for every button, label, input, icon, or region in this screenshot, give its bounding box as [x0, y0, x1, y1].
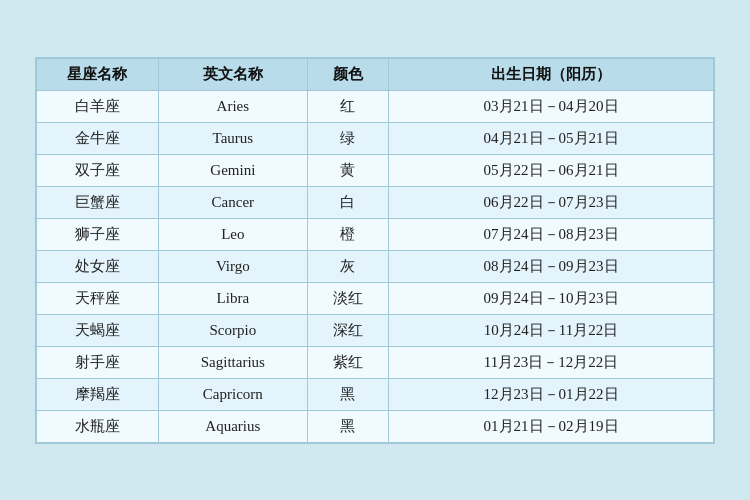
cell-en: Sagittarius: [158, 346, 307, 378]
cell-date: 06月22日－07月23日: [389, 186, 714, 218]
cell-date: 05月22日－06月21日: [389, 154, 714, 186]
zodiac-table-container: 星座名称 英文名称 颜色 出生日期（阳历） 白羊座Aries红03月21日－04…: [35, 57, 715, 444]
table-row: 摩羯座Capricorn黑12月23日－01月22日: [37, 378, 714, 410]
cell-color: 紫红: [307, 346, 388, 378]
cell-en: Aquarius: [158, 410, 307, 442]
table-row: 双子座Gemini黄05月22日－06月21日: [37, 154, 714, 186]
cell-date: 11月23日－12月22日: [389, 346, 714, 378]
cell-en: Virgo: [158, 250, 307, 282]
cell-zh: 射手座: [37, 346, 159, 378]
cell-color: 红: [307, 90, 388, 122]
cell-en: Capricorn: [158, 378, 307, 410]
cell-color: 淡红: [307, 282, 388, 314]
table-row: 水瓶座Aquarius黑01月21日－02月19日: [37, 410, 714, 442]
table-row: 狮子座Leo橙07月24日－08月23日: [37, 218, 714, 250]
cell-date: 10月24日－11月22日: [389, 314, 714, 346]
cell-zh: 处女座: [37, 250, 159, 282]
header-zh: 星座名称: [37, 58, 159, 90]
table-row: 白羊座Aries红03月21日－04月20日: [37, 90, 714, 122]
cell-color: 深红: [307, 314, 388, 346]
cell-color: 橙: [307, 218, 388, 250]
table-row: 处女座Virgo灰08月24日－09月23日: [37, 250, 714, 282]
table-row: 天秤座Libra淡红09月24日－10月23日: [37, 282, 714, 314]
cell-date: 03月21日－04月20日: [389, 90, 714, 122]
cell-zh: 白羊座: [37, 90, 159, 122]
table-row: 巨蟹座Cancer白06月22日－07月23日: [37, 186, 714, 218]
header-en: 英文名称: [158, 58, 307, 90]
cell-date: 04月21日－05月21日: [389, 122, 714, 154]
table-row: 射手座Sagittarius紫红11月23日－12月22日: [37, 346, 714, 378]
cell-color: 绿: [307, 122, 388, 154]
cell-zh: 天蝎座: [37, 314, 159, 346]
cell-color: 黑: [307, 378, 388, 410]
cell-color: 黑: [307, 410, 388, 442]
cell-en: Aries: [158, 90, 307, 122]
cell-zh: 水瓶座: [37, 410, 159, 442]
cell-en: Scorpio: [158, 314, 307, 346]
header-color: 颜色: [307, 58, 388, 90]
zodiac-table: 星座名称 英文名称 颜色 出生日期（阳历） 白羊座Aries红03月21日－04…: [36, 58, 714, 443]
cell-zh: 摩羯座: [37, 378, 159, 410]
header-date: 出生日期（阳历）: [389, 58, 714, 90]
table-row: 金牛座Taurus绿04月21日－05月21日: [37, 122, 714, 154]
cell-en: Leo: [158, 218, 307, 250]
cell-zh: 双子座: [37, 154, 159, 186]
cell-color: 灰: [307, 250, 388, 282]
cell-zh: 金牛座: [37, 122, 159, 154]
table-header-row: 星座名称 英文名称 颜色 出生日期（阳历）: [37, 58, 714, 90]
cell-date: 12月23日－01月22日: [389, 378, 714, 410]
cell-date: 08月24日－09月23日: [389, 250, 714, 282]
cell-en: Gemini: [158, 154, 307, 186]
cell-en: Taurus: [158, 122, 307, 154]
cell-color: 黄: [307, 154, 388, 186]
table-row: 天蝎座Scorpio深红10月24日－11月22日: [37, 314, 714, 346]
cell-date: 09月24日－10月23日: [389, 282, 714, 314]
cell-date: 01月21日－02月19日: [389, 410, 714, 442]
cell-zh: 巨蟹座: [37, 186, 159, 218]
cell-en: Libra: [158, 282, 307, 314]
cell-zh: 狮子座: [37, 218, 159, 250]
cell-en: Cancer: [158, 186, 307, 218]
cell-zh: 天秤座: [37, 282, 159, 314]
cell-date: 07月24日－08月23日: [389, 218, 714, 250]
cell-color: 白: [307, 186, 388, 218]
